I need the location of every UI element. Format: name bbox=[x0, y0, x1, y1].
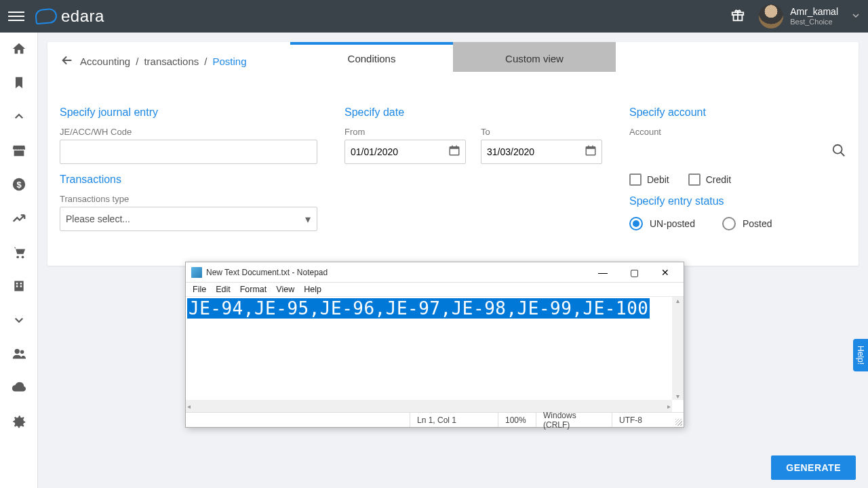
notepad-title: New Text Document.txt - Notepad bbox=[206, 268, 587, 277]
store-icon[interactable] bbox=[11, 142, 27, 159]
account-title: Specify account bbox=[629, 106, 846, 119]
svg-rect-19 bbox=[586, 147, 595, 149]
account-label: Account bbox=[629, 127, 846, 137]
svg-rect-15 bbox=[450, 147, 459, 149]
help-tab[interactable]: Help! bbox=[853, 339, 868, 371]
debit-checkbox[interactable] bbox=[629, 174, 642, 186]
notepad-menubar: File Edit Format View Help bbox=[186, 283, 684, 297]
crumb-1[interactable]: Accounting bbox=[80, 56, 130, 67]
posted-radio[interactable] bbox=[722, 217, 736, 230]
debit-check-item[interactable]: Debit bbox=[629, 174, 669, 186]
posted-radio-item[interactable]: Posted bbox=[722, 217, 772, 230]
debit-label: Debit bbox=[647, 174, 669, 185]
scroll-down-icon[interactable]: ▾ bbox=[672, 392, 684, 400]
transactions-label: Transactions type bbox=[60, 194, 317, 204]
svg-point-6 bbox=[21, 256, 24, 259]
menu-edit[interactable]: Edit bbox=[216, 285, 231, 294]
avatar bbox=[759, 4, 783, 28]
crumb-3[interactable]: Posting bbox=[212, 56, 246, 67]
notepad-selected-text[interactable]: JE-94,JE-95,JE-96,JE-97,JE-98,JE-99,JE-1… bbox=[187, 298, 650, 319]
logo[interactable]: edara bbox=[35, 7, 104, 26]
sidebar: $ bbox=[0, 33, 38, 488]
journal-title: Specify journal entry bbox=[60, 106, 317, 119]
svg-line-23 bbox=[841, 152, 845, 157]
home-icon[interactable] bbox=[11, 41, 27, 57]
notepad-icon bbox=[191, 267, 202, 278]
tabs: Conditions Custom view bbox=[290, 42, 616, 72]
transactions-title: Transactions bbox=[60, 174, 317, 186]
svg-point-22 bbox=[833, 145, 842, 154]
calendar-icon[interactable] bbox=[448, 144, 460, 159]
calendar-icon[interactable] bbox=[585, 144, 597, 159]
crumb-2[interactable]: transactions bbox=[144, 56, 199, 67]
search-icon[interactable] bbox=[831, 143, 846, 161]
v-scrollbar[interactable]: ▴ ▾ bbox=[672, 297, 684, 400]
menu-file[interactable]: File bbox=[193, 285, 206, 294]
down-chevron-icon[interactable] bbox=[11, 312, 27, 328]
tab-custom-view[interactable]: Custom view bbox=[453, 42, 616, 72]
money-icon[interactable]: $ bbox=[11, 176, 27, 192]
status-pos: Ln 1, Col 1 bbox=[410, 413, 498, 427]
svg-rect-11 bbox=[20, 285, 22, 287]
status-title: Specify entry status bbox=[629, 195, 846, 207]
credit-label: Credit bbox=[706, 174, 731, 185]
notepad-titlebar[interactable]: New Text Document.txt - Notepad — ▢ ✕ bbox=[186, 262, 684, 283]
svg-text:$: $ bbox=[16, 180, 21, 190]
maximize-button[interactable]: ▢ bbox=[618, 263, 650, 282]
user-org: Best_Choice bbox=[790, 18, 838, 26]
menu-view[interactable]: View bbox=[276, 285, 294, 294]
status-eol: Windows (CRLF) bbox=[536, 413, 612, 427]
svg-point-13 bbox=[20, 350, 24, 354]
minimize-button[interactable]: — bbox=[587, 263, 618, 282]
notepad-window: New Text Document.txt - Notepad — ▢ ✕ Fi… bbox=[185, 262, 684, 428]
svg-rect-8 bbox=[16, 283, 17, 285]
to-label: To bbox=[481, 127, 602, 137]
unposted-radio[interactable] bbox=[629, 217, 643, 230]
svg-rect-10 bbox=[16, 285, 17, 287]
close-button[interactable]: ✕ bbox=[650, 263, 681, 282]
h-scrollbar[interactable]: ◂ ▸ bbox=[186, 400, 672, 412]
logo-icon bbox=[35, 8, 58, 25]
svg-rect-9 bbox=[20, 283, 22, 285]
unposted-label: UN-posted bbox=[650, 218, 695, 229]
scroll-right-icon[interactable]: ▸ bbox=[667, 403, 671, 410]
svg-point-5 bbox=[16, 256, 19, 259]
menu-format[interactable]: Format bbox=[240, 285, 267, 294]
journal-code-input[interactable] bbox=[60, 140, 317, 164]
cart-icon[interactable] bbox=[11, 244, 27, 260]
content-card: Accounting / transactions / Posting Cond… bbox=[47, 42, 859, 266]
transactions-select[interactable] bbox=[60, 207, 317, 231]
scroll-left-icon[interactable]: ◂ bbox=[187, 403, 191, 410]
tab-conditions[interactable]: Conditions bbox=[290, 42, 453, 72]
up-chevron-icon[interactable] bbox=[11, 108, 27, 125]
account-input[interactable] bbox=[629, 140, 825, 164]
journal-label: JE/ACC/WH Code bbox=[60, 127, 317, 137]
credit-checkbox[interactable] bbox=[688, 174, 701, 186]
resize-grip[interactable] bbox=[673, 413, 684, 427]
user-menu[interactable]: Amr_kamal Best_Choice bbox=[759, 4, 860, 28]
status-zoom: 100% bbox=[498, 413, 536, 427]
building-icon[interactable] bbox=[11, 278, 27, 294]
notepad-statusbar: Ln 1, Col 1 100% Windows (CRLF) UTF-8 bbox=[186, 412, 684, 427]
unposted-radio-item[interactable]: UN-posted bbox=[629, 217, 695, 230]
scroll-up-icon[interactable]: ▴ bbox=[672, 297, 684, 304]
from-label: From bbox=[344, 127, 466, 137]
generate-button[interactable]: GENERATE bbox=[771, 455, 856, 480]
trending-icon[interactable] bbox=[11, 210, 27, 226]
bookmark-icon[interactable] bbox=[11, 75, 27, 91]
svg-point-12 bbox=[14, 349, 19, 354]
topbar: edara Amr_kamal Best_Choice bbox=[0, 0, 868, 33]
cloud-icon[interactable] bbox=[11, 380, 27, 396]
menu-help[interactable]: Help bbox=[304, 285, 321, 294]
logo-text: edara bbox=[61, 7, 104, 26]
posted-label: Posted bbox=[743, 218, 772, 229]
people-icon[interactable] bbox=[11, 346, 27, 362]
back-arrow-icon[interactable] bbox=[60, 53, 75, 70]
gear-icon[interactable] bbox=[11, 413, 27, 430]
date-title: Specify date bbox=[344, 106, 602, 119]
gift-icon[interactable] bbox=[730, 7, 745, 25]
notepad-content[interactable]: JE-94,JE-95,JE-96,JE-97,JE-98,JE-99,JE-1… bbox=[186, 297, 684, 412]
menu-toggle[interactable] bbox=[8, 8, 24, 24]
credit-check-item[interactable]: Credit bbox=[688, 174, 731, 186]
svg-rect-7 bbox=[14, 281, 23, 291]
